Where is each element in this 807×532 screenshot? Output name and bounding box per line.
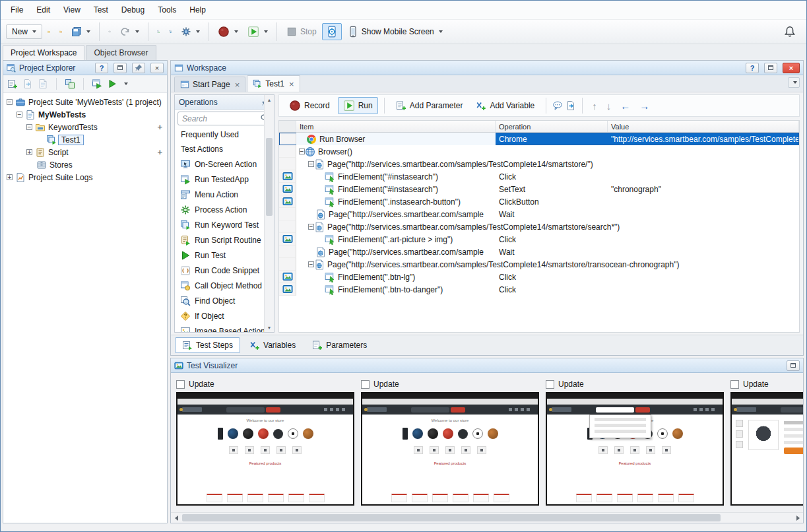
tree-item-test1[interactable]: Test1 (3, 133, 167, 146)
run-dropdown-caret[interactable] (264, 30, 268, 33)
doc-tab-project-workspace[interactable]: Project Workspace (3, 45, 84, 60)
grid-row[interactable]: FindElement("#instasearch")Click (279, 170, 799, 183)
run-test-button[interactable] (243, 23, 272, 40)
pe-run-project-icon[interactable] (92, 79, 102, 89)
menu-file[interactable]: File (4, 2, 30, 18)
column-operation[interactable]: Operation (496, 121, 608, 132)
update-checkbox[interactable] (176, 380, 185, 389)
options-button[interactable] (177, 24, 204, 40)
stop-button[interactable]: Stop (282, 23, 321, 40)
tab-parameters[interactable]: Parameters (305, 337, 374, 353)
operation-menu-action[interactable]: Menu Action (175, 187, 264, 202)
update-checkbox[interactable] (361, 380, 370, 389)
tab-variables[interactable]: Variables (242, 337, 303, 353)
operations-scrollbar[interactable]: ▲ ▼ (264, 95, 274, 332)
menu-help[interactable]: Help (183, 2, 212, 18)
pe-add-new-item-icon[interactable] (7, 79, 18, 89)
update-checkbox[interactable] (730, 380, 739, 389)
redo-button[interactable] (116, 24, 143, 40)
scroll-left-button[interactable] (171, 513, 181, 523)
operation-run-testedapp[interactable]: Run TestedApp (175, 172, 264, 187)
help-button[interactable]: ? (95, 63, 108, 73)
pe-organize-icon[interactable] (65, 79, 75, 89)
object-spy-icon[interactable] (165, 26, 176, 37)
expander-minus-icon[interactable]: − (299, 149, 305, 154)
screenshot-thumbnail[interactable]: Welcome to our storeFeatured products (546, 392, 724, 506)
workspace-float-button[interactable] (764, 63, 777, 73)
save-dropdown-caret[interactable] (86, 30, 90, 33)
column-item[interactable]: Item (296, 121, 496, 132)
screenshot-thumbnail[interactable]: Welcome to our storeFeatured products (361, 392, 539, 506)
menu-tools[interactable]: Tools (151, 2, 183, 18)
close-panel-button[interactable]: × (150, 63, 164, 73)
scrollbar-thumb[interactable] (182, 514, 721, 521)
record-test-button[interactable] (214, 23, 242, 40)
show-mobile-dropdown-caret[interactable] (439, 30, 443, 33)
grid-row[interactable]: Page("http://services.smartbear.com/samp… (279, 208, 799, 220)
grid-row[interactable]: FindElement(".instasearch-button")ClickB… (279, 195, 799, 208)
expander-minus-icon[interactable]: − (16, 112, 22, 117)
workspace-help-button[interactable]: ? (746, 63, 759, 73)
tree-item-mywebtests[interactable]: −MyWebTests (3, 108, 167, 121)
open-file-icon[interactable] (44, 26, 54, 37)
visualizer-scrollbar[interactable] (171, 512, 803, 523)
move-right-button[interactable]: → (636, 100, 653, 112)
redo-dropdown-caret[interactable] (135, 30, 139, 33)
pe-run-icon[interactable] (107, 79, 117, 89)
close-tab-icon[interactable]: × (235, 80, 240, 90)
add-new-item-icon[interactable] (153, 26, 164, 37)
show-mobile-screen-toggle[interactable] (322, 23, 342, 40)
undo-icon[interactable] (104, 26, 115, 37)
pe-add-existing-item-icon[interactable] (22, 79, 33, 89)
menu-view[interactable]: View (57, 2, 87, 18)
tab-test-steps[interactable]: Test Steps (175, 337, 240, 353)
menu-edit[interactable]: Edit (30, 2, 57, 18)
scroll-right-button[interactable] (792, 513, 803, 523)
doc-tab-object-browser[interactable]: Object Browser (86, 45, 156, 60)
operation-run-script-routine[interactable]: Run Script Routine (175, 232, 264, 248)
move-left-button[interactable]: ← (617, 100, 633, 112)
visualizer-minimize-button[interactable] (787, 360, 800, 371)
save-all-button[interactable] (67, 24, 94, 40)
tree-item-script[interactable]: +Script+ (3, 146, 167, 158)
expander-minus-icon[interactable]: − (308, 261, 314, 267)
operations-category-test-actions[interactable]: Test Actions (175, 142, 264, 156)
record-button[interactable]: Record (284, 97, 335, 114)
workspace-close-button[interactable]: × (783, 63, 800, 73)
column-value[interactable]: Value (608, 121, 799, 132)
expander-minus-icon[interactable]: − (7, 99, 13, 105)
operation-run-keyword-test[interactable]: Run Keyword Test (175, 217, 264, 232)
operation-call-object-method[interactable]: Call Object Method (175, 278, 264, 293)
scroll-down-icon[interactable]: ▼ (265, 323, 274, 332)
scroll-up-icon[interactable]: ▲ (265, 95, 274, 104)
pin-panel-button[interactable] (132, 63, 145, 73)
grid-row[interactable]: FindElement("#instasearch")SetText"chron… (279, 183, 799, 195)
grid-row[interactable]: Page("http://services.smartbear.com/samp… (279, 246, 799, 258)
pe-run-dropdown-caret[interactable] (124, 83, 128, 85)
add-parameter-button[interactable]: Add Parameter (391, 98, 468, 114)
operations-category-frequently-used[interactable]: Frequently Used (175, 127, 264, 142)
show-mobile-screen-button[interactable]: Show Mobile Screen (343, 23, 447, 40)
tab-list-button[interactable] (788, 77, 800, 88)
screenshot-thumbnail[interactable]: Welcome to our storeFeatured products (176, 392, 354, 506)
grid-row[interactable]: −Page("http://services.smartbear.com/sam… (279, 258, 799, 271)
tree-item-project-suite-mywebtests-1-project[interactable]: −Project Suite 'MyWebTests' (1 project) (3, 96, 167, 108)
expander-plus-icon[interactable]: + (26, 149, 32, 155)
comment-icon[interactable] (552, 100, 563, 111)
tree-item-stores[interactable]: Stores (3, 158, 167, 171)
add-variable-button[interactable]: Add Variable (470, 98, 540, 114)
description-icon[interactable] (565, 100, 576, 111)
tree-item-keywordtests[interactable]: −KeywordTests+ (3, 121, 167, 133)
operation-if-object[interactable]: If Object (175, 308, 264, 323)
options-dropdown-caret[interactable] (196, 30, 200, 33)
operation-on-screen-action[interactable]: On-Screen Action (175, 156, 264, 172)
operation-image-based-action[interactable]: Image Based Action (175, 323, 264, 332)
menu-debug[interactable]: Debug (115, 2, 151, 18)
search-input[interactable] (178, 112, 271, 125)
close-project-icon[interactable] (55, 26, 66, 37)
scrollbar-thumb[interactable] (266, 138, 273, 216)
grid-row[interactable]: FindElement(".btn-lg")Click (279, 271, 799, 283)
screenshot-thumbnail[interactable] (730, 392, 803, 506)
grid-row[interactable]: −Page("http://services.smartbear.com/sam… (279, 220, 799, 233)
expander-minus-icon[interactable]: − (26, 124, 32, 130)
